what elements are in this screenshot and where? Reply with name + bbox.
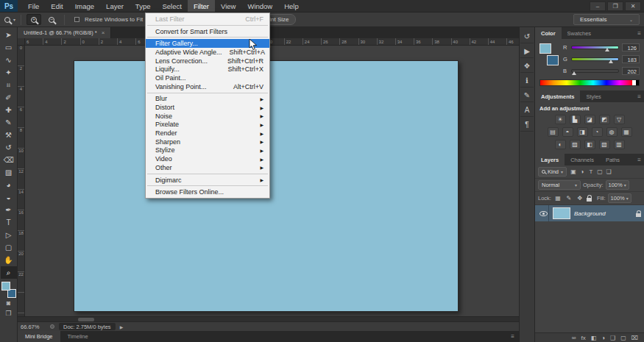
layer-thumbnail[interactable] (553, 207, 570, 219)
filter-menu-item[interactable]: ▶ (147, 185, 268, 186)
filter-shape-icon[interactable]: ▢ (595, 168, 604, 175)
paragraph-icon[interactable]: ¶ (520, 118, 534, 132)
new-layer-icon[interactable]: ▢ (620, 335, 626, 341)
layer-visibility-toggle[interactable] (538, 205, 549, 221)
filter-menu-item[interactable]: Oil Paint... ▶ (146, 74, 269, 82)
menu-item[interactable]: View (215, 0, 241, 12)
black-white-icon[interactable]: ◨ (577, 127, 588, 137)
foreground-color-swatch[interactable] (539, 43, 551, 54)
actions-icon[interactable]: ▶ (520, 45, 534, 58)
panel-menu-icon[interactable]: ≡ (637, 27, 644, 39)
character-icon[interactable]: A (520, 104, 534, 117)
brightness-contrast-icon[interactable]: ☀ (555, 115, 566, 124)
panel-menu-icon[interactable]: ≡ (637, 154, 644, 165)
shape-tool[interactable]: ▢ (1, 241, 17, 254)
channel-slider[interactable] (571, 57, 619, 61)
panel-tab[interactable]: Styles (580, 90, 606, 102)
color-swatches[interactable] (539, 43, 559, 65)
hue-saturation-icon[interactable]: ▤ (548, 127, 559, 137)
hand-tool[interactable]: ✋ (1, 254, 17, 266)
filter-menu-item[interactable]: Distort ▶ (146, 103, 269, 112)
black-swatch[interactable] (636, 80, 639, 85)
opacity-field[interactable]: 100% ▾ (606, 180, 629, 190)
history-brush-tool[interactable]: ↺ (1, 141, 17, 154)
posterize-icon[interactable]: ▨ (570, 140, 581, 149)
filter-menu-item[interactable]: Video ▶ (146, 154, 269, 163)
screen-mode-button[interactable]: ❐ (1, 308, 17, 318)
brush-presets-icon[interactable]: ✎ (520, 89, 534, 102)
quick-selection-tool[interactable]: ✦ (1, 66, 17, 79)
menu-item[interactable]: Window (241, 0, 278, 12)
chevron-down-icon[interactable]: ▾ (13, 17, 15, 22)
workspace-switcher[interactable]: Essentials ⌄ (573, 14, 640, 25)
menu-item[interactable]: Image (69, 0, 100, 12)
channel-slider[interactable] (571, 46, 619, 49)
gradient-map-icon[interactable]: ▧ (599, 140, 610, 149)
color-swatches[interactable] (1, 282, 16, 298)
filter-adjustment-icon[interactable]: ◑ (578, 168, 587, 175)
filter-menu-item[interactable]: Render ▶ (146, 129, 269, 138)
brush-tool[interactable]: ✎ (1, 116, 17, 129)
type-tool[interactable]: T (1, 216, 17, 229)
lock-pixels-icon[interactable]: ✎ (565, 195, 573, 202)
menu-item[interactable]: Select (156, 0, 187, 12)
close-tab-icon[interactable]: × (102, 29, 105, 36)
panel-tab[interactable]: Color (535, 27, 562, 39)
vibrance-icon[interactable]: ▽ (614, 115, 625, 124)
add-layer-mask-icon[interactable]: ◧ (591, 335, 597, 341)
resize-windows-checkbox[interactable] (74, 17, 79, 22)
document-tab[interactable]: Untitled-1 @ 66.7% (RGB/8) * × (18, 27, 111, 38)
menu-item[interactable]: Type (130, 0, 157, 12)
filter-menu-item[interactable]: ▶ (147, 25, 268, 26)
scrollbar-thumb[interactable] (78, 318, 94, 321)
filter-smart-object-icon[interactable]: ❏ (604, 168, 613, 175)
filter-menu-item[interactable]: ▶ (147, 93, 268, 93)
filter-menu-item[interactable]: Sharpen ▶ (146, 138, 269, 146)
filter-menu-item[interactable]: ▶ (147, 37, 268, 38)
channel-slider[interactable] (571, 69, 619, 73)
quick-mask-button[interactable]: ◙ (1, 298, 17, 308)
crop-tool[interactable]: ⌗ (1, 79, 17, 91)
zoom-in-button[interactable]: + (26, 14, 41, 25)
channel-value-field[interactable]: 126 (622, 43, 640, 51)
invert-icon[interactable]: ◐ (555, 140, 566, 149)
filter-menu-item[interactable]: Convert for Smart Filters ▶ (146, 27, 269, 36)
fill-field[interactable]: 100% ▾ (608, 193, 631, 203)
blend-mode-dropdown[interactable]: Normal ▾ (538, 180, 581, 190)
filter-menu-item[interactable]: Other ▶ (146, 163, 269, 172)
layer-filter-kind-dropdown[interactable]: Kind ▾ (538, 167, 567, 177)
filter-menu-item[interactable]: Liquify... Shift+Ctrl+X ▶ (146, 65, 269, 74)
path-selection-tool[interactable]: ▷ (1, 229, 17, 241)
panel-tab[interactable]: Layers (535, 154, 565, 165)
panel-tab[interactable]: Swatches (562, 27, 598, 39)
new-group-icon[interactable]: ❑ (610, 335, 615, 341)
pen-tool[interactable]: ✒ (1, 204, 17, 216)
channel-value-field[interactable]: 183 (622, 55, 640, 63)
lasso-tool[interactable]: ∿ (1, 54, 17, 66)
bottom-panel-tab[interactable]: Mini Bridge (18, 331, 60, 342)
history-icon[interactable]: ↺ (520, 30, 534, 43)
filter-menu-item[interactable]: Lens Correction... Shift+Ctrl+R ▶ (146, 57, 269, 65)
panel-tab[interactable]: Paths (600, 154, 626, 165)
menu-item[interactable]: Help (278, 0, 305, 12)
selective-color-icon[interactable]: ▥ (614, 140, 625, 149)
styles-icon[interactable]: ❖ (520, 60, 534, 73)
link-layers-icon[interactable]: ∞ (572, 335, 576, 341)
rectangular-marquee-tool[interactable]: ▭ (1, 41, 17, 54)
gradient-tool[interactable]: ▨ (1, 166, 17, 179)
slider-thumb-icon[interactable] (572, 71, 576, 75)
delete-layer-icon[interactable]: ⌧ (631, 335, 638, 341)
ruler-origin[interactable] (18, 38, 25, 46)
filter-menu-item[interactable]: Pixelate ▶ (146, 121, 269, 129)
channel-mixer-icon[interactable]: ◍ (606, 127, 618, 137)
filter-menu-item[interactable]: Last Filter Ctrl+F ▶ (146, 15, 269, 24)
menu-item[interactable]: Layer (100, 0, 130, 12)
color-balance-icon[interactable]: ◓ (562, 127, 573, 137)
document-info[interactable]: Doc: 2.75M/0 bytes (59, 323, 116, 330)
restore-button[interactable]: ❐ (607, 1, 623, 11)
close-button[interactable]: ✕ (625, 1, 641, 11)
eraser-tool[interactable]: ⌫ (1, 154, 17, 166)
curves-icon[interactable]: ◪ (584, 115, 595, 124)
panel-tab[interactable]: Channels (565, 154, 600, 165)
eyedropper-tool[interactable]: ✐ (1, 91, 17, 104)
